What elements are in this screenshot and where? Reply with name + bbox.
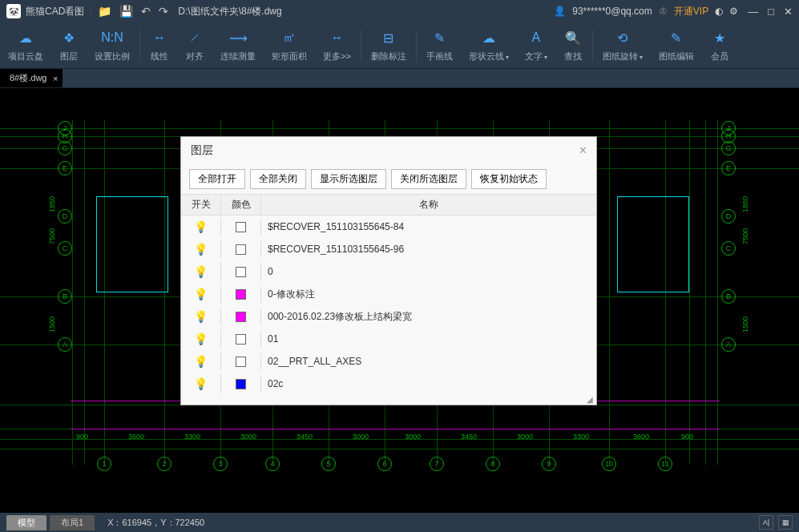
resize-handle-icon[interactable]: ◢ (181, 395, 596, 405)
layer-row[interactable]: 💡02__PRT_ALL_AXES (181, 350, 596, 373)
save-icon[interactable]: 💾 (119, 5, 133, 18)
user-icon[interactable]: 👤 (554, 6, 566, 17)
close-dialog-icon[interactable]: × (579, 143, 587, 158)
maximize-button[interactable]: □ (768, 6, 774, 18)
cloud-shape-icon: ☁ (479, 28, 498, 47)
grid-label: B (721, 289, 736, 304)
close-tab-icon[interactable]: × (53, 74, 58, 83)
tool-layers[interactable]: ❖图层 (51, 22, 87, 68)
dimension-text: 7500 (48, 228, 56, 244)
tool-edit[interactable]: ✎图纸编辑 (651, 22, 702, 68)
user-email[interactable]: 93******0@qq.com (572, 6, 652, 17)
tool-find[interactable]: 🔍查找 (555, 22, 591, 68)
dialog-title: 图层 (191, 143, 213, 158)
edit-icon: ✎ (667, 28, 686, 47)
tool-align[interactable]: ⟋对齐 (177, 22, 212, 68)
close-window-button[interactable]: ✕ (784, 6, 793, 18)
undo-icon[interactable]: ↶ (141, 5, 151, 18)
tool-freehand[interactable]: ✎手画线 (418, 22, 461, 68)
layer-action-button[interactable]: 显示所选图层 (311, 169, 386, 189)
layer-row[interactable]: 💡0 (181, 260, 596, 283)
color-swatch[interactable] (236, 244, 246, 255)
bulb-icon[interactable]: 💡 (194, 355, 208, 368)
tool-delete-dim[interactable]: ⊟删除标注 (363, 22, 414, 68)
member-icon: ★ (710, 28, 729, 47)
color-swatch[interactable] (236, 222, 246, 232)
layer-name: 01 (261, 330, 596, 348)
tool-continuous[interactable]: ⟿连续测量 (212, 22, 264, 68)
theme-icon[interactable]: ◐ (715, 6, 723, 17)
color-swatch[interactable] (236, 267, 246, 277)
bulb-icon[interactable]: 💡 (194, 310, 208, 323)
grid-label: D (721, 209, 736, 224)
layer-name: 02c (261, 375, 596, 393)
tool-more[interactable]: ↔更多>> (315, 22, 359, 68)
rect-area-icon: ㎡ (280, 28, 299, 47)
delete-dim-icon: ⊟ (379, 28, 398, 47)
document-tab[interactable]: 8#楼.dwg × (0, 69, 63, 87)
layer-row[interactable]: 💡$RECOVER_151103155645-84 (181, 216, 596, 238)
color-swatch[interactable] (236, 289, 246, 300)
layer-row[interactable]: 💡02c (181, 373, 596, 395)
bulb-icon[interactable]: 💡 (194, 265, 208, 278)
grid-label: 2 (157, 457, 172, 471)
bulb-icon[interactable]: 💡 (194, 220, 208, 233)
layer-row[interactable]: 💡0-修改标注 (181, 283, 596, 305)
layer-name: $RECOVER_151103155645-96 (261, 240, 596, 258)
layer-name: $RECOVER_151103155645-84 (261, 218, 596, 236)
header-switch: 开关 (181, 195, 221, 215)
grid-label: 4 (265, 457, 280, 471)
tool-scale[interactable]: N:N设置比例 (87, 22, 138, 68)
app-logo-icon: 🐼 (6, 4, 21, 18)
continuous-icon: ⟿ (228, 28, 248, 47)
dimension-text: 3000 (353, 433, 369, 441)
color-swatch[interactable] (236, 379, 246, 389)
bulb-icon[interactable]: 💡 (194, 332, 208, 345)
layer-row[interactable]: 💡01 (181, 328, 596, 350)
tool-cloud[interactable]: ☁项目云盘 (0, 22, 51, 68)
layer-action-button[interactable]: 关闭所选图层 (391, 169, 466, 189)
tool-label: 图层 (60, 50, 78, 62)
document-tab-bar: 8#楼.dwg × (0, 69, 799, 88)
grid-label: C (58, 241, 72, 256)
text-icon: A (527, 28, 546, 47)
layout-tab[interactable]: 布局1 (50, 515, 95, 530)
color-swatch[interactable] (236, 357, 246, 367)
bulb-icon[interactable]: 💡 (194, 288, 208, 300)
tool-rotate[interactable]: ⟲图纸旋转▾ (595, 22, 651, 68)
grid-label: 5 (321, 457, 336, 471)
layer-action-button[interactable]: 全部关闭 (250, 169, 306, 189)
status-mode-a-icon[interactable]: A| (759, 515, 773, 530)
tool-label: 设置比例 (95, 50, 130, 62)
grid-label: D (58, 209, 72, 224)
layer-row[interactable]: 💡$RECOVER_151103155645-96 (181, 238, 596, 260)
layout-tab[interactable]: 模型 (6, 515, 46, 530)
grid-label: C (721, 241, 736, 256)
app-name: 熊猫CAD看图 (26, 5, 84, 18)
tool-member[interactable]: ★会员 (702, 22, 737, 68)
grid-label: A (58, 337, 72, 352)
status-mode-grid-icon[interactable]: ▦ (778, 515, 793, 530)
color-swatch[interactable] (236, 334, 246, 345)
tool-rect-area[interactable]: ㎡矩形面积 (264, 22, 315, 68)
redo-icon[interactable]: ↷ (159, 5, 168, 18)
settings-icon[interactable]: ⚙ (729, 6, 738, 17)
color-swatch[interactable] (236, 312, 246, 322)
tool-label: 矩形面积 (272, 50, 307, 62)
bulb-icon[interactable]: 💡 (194, 243, 208, 256)
grid-label: 8 (486, 457, 500, 471)
tool-text[interactable]: A文字▾ (517, 22, 555, 68)
minimize-button[interactable]: — (748, 6, 758, 18)
bulb-icon[interactable]: 💡 (194, 377, 208, 390)
vip-button[interactable]: 开通VIP (674, 5, 708, 18)
dimension-text: 1850 (48, 196, 56, 212)
layer-action-button[interactable]: 全部打开 (189, 169, 245, 189)
layers-icon: ❖ (59, 28, 79, 47)
layer-row[interactable]: 💡000-2016.02.23修改板上结构梁宽 (181, 305, 596, 328)
dimension-text: 3600 (128, 433, 144, 441)
tool-linear[interactable]: ↔线性 (142, 22, 177, 68)
tool-cloud-shape[interactable]: ☁形状云线▾ (461, 22, 517, 68)
dimension-text: 3600 (633, 433, 649, 441)
open-folder-icon[interactable]: 📁 (98, 5, 111, 18)
layer-action-button[interactable]: 恢复初始状态 (471, 169, 547, 189)
